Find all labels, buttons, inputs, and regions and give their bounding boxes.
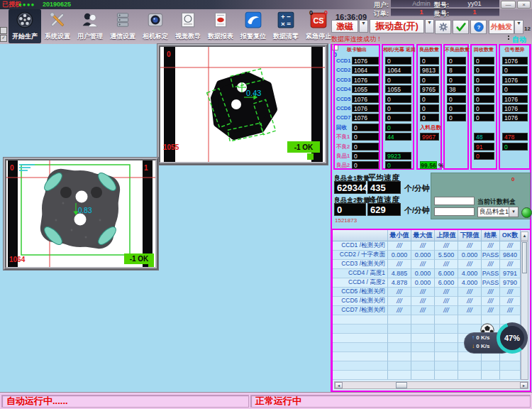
usage-gauge[interactable]: 47% xyxy=(497,322,528,354)
scroll-left-icon[interactable]: ◄ xyxy=(335,382,343,388)
excite-dropdown-icon[interactable]: ▼ xyxy=(359,20,368,33)
table-row[interactable]: CCD4 / 高度14.8850.0006.0004.000PASS9791 xyxy=(333,269,521,278)
results-cell: 0.000 xyxy=(411,269,435,278)
resize-grip[interactable] xyxy=(148,261,154,267)
signal-column-header: 回收数量 xyxy=(472,46,496,53)
minimize-button[interactable]: — xyxy=(501,1,516,9)
toolbar-button-6[interactable]: 视觉教导 xyxy=(172,9,204,43)
report-icon xyxy=(211,11,230,29)
results-cell: /// xyxy=(388,260,411,269)
results-cell: CCD4 / 高度1 xyxy=(333,269,388,278)
signal-value-box: 8 xyxy=(447,66,466,74)
check-icon xyxy=(455,21,467,33)
results-cell xyxy=(500,371,521,380)
results-cell: /// xyxy=(458,260,482,269)
toolbar-button-3[interactable]: 用户管理 xyxy=(74,9,106,43)
signal-value-box: 0 xyxy=(420,114,439,121)
toolbar-button-8[interactable]: 报警复位 xyxy=(237,9,270,43)
toolbar-button-2[interactable]: 系统设置 xyxy=(41,9,74,43)
scroll-up-icon[interactable]: ▲ xyxy=(521,232,528,241)
auto-mode-label: 自动 xyxy=(512,35,526,45)
help-button[interactable]: ? xyxy=(470,20,487,34)
horizontal-scrollbar[interactable]: ◄ ► xyxy=(334,381,528,389)
table-row[interactable]: CCD3 /检测关闭////////////////// xyxy=(333,260,521,269)
signal-row-label: 不良1 xyxy=(336,133,350,141)
results-cell: 6.000 xyxy=(435,278,458,288)
results-cell: 0.000 xyxy=(411,251,435,260)
excite-combo[interactable]: 激磁 xyxy=(331,20,358,33)
table-row[interactable] xyxy=(333,371,521,380)
system-monitor-widget[interactable]: ↑ 0 K/s ↓ 0 K/s 47% xyxy=(460,321,531,358)
table-row[interactable]: CCD7 /检测关闭////////////////// xyxy=(333,306,521,315)
toolbar-button-label: 视觉教导 xyxy=(172,32,204,41)
close-button[interactable]: × xyxy=(517,1,531,9)
signal-value-box: 0 xyxy=(474,152,494,160)
toolbar-button-label: 相机标定 xyxy=(139,32,172,41)
table-row[interactable] xyxy=(333,361,521,371)
speed-unit: 个/分钟 xyxy=(404,183,430,194)
side-panel-toggle[interactable]: ✓ xyxy=(0,27,6,41)
results-cell: /// xyxy=(482,241,500,251)
panel-check-icon: ✓ xyxy=(0,35,7,42)
upload-arrow-icon: ↑ xyxy=(472,334,475,341)
table-row[interactable]: CCD5 /检测关闭////////////////// xyxy=(333,288,521,297)
results-cell: /// xyxy=(411,306,435,315)
table-row[interactable]: CCD4 / 高度24.8780.0006.0004.000PASS9790 xyxy=(333,278,521,288)
results-cell: /// xyxy=(388,241,411,251)
hopper-select[interactable]: 良品料盒1 ▼ xyxy=(477,207,519,217)
toolbar-button-10[interactable]: CS紧急停止 xyxy=(302,9,335,43)
vibrator-combo[interactable]: 振动盘(开) xyxy=(370,19,424,33)
tools-icon xyxy=(48,11,67,29)
peak-speed-value: 629 xyxy=(367,203,401,216)
trigger-mode-combo[interactable]: 外触发 xyxy=(489,20,514,34)
table-row[interactable]: CCD1 /检测关闭////////////////// xyxy=(333,241,521,251)
results-cell xyxy=(435,325,458,334)
results-cell: /// xyxy=(482,297,500,306)
camera-index: 0 xyxy=(10,164,14,172)
signal-value-box: 0 xyxy=(474,104,494,112)
results-cell: /// xyxy=(435,297,458,306)
signal-count: 1055 xyxy=(163,143,179,151)
toolbar-button-4[interactable]: 通信设置 xyxy=(106,9,139,43)
hopper-input-1[interactable] xyxy=(434,197,475,205)
results-cell xyxy=(411,361,435,371)
results-cell xyxy=(388,334,411,343)
signal-value-box: 0 xyxy=(474,66,494,74)
toolbar-button-7[interactable]: 数据报表 xyxy=(204,9,237,43)
signal-value-box: 1076 xyxy=(502,76,528,84)
table-row[interactable]: CCD6 /检测关闭////////////////// xyxy=(333,297,521,306)
results-header-cell: 最大值 xyxy=(411,230,435,241)
signal-value-box: 0 xyxy=(474,85,494,93)
trigger-dropdown-icon[interactable]: ▼ xyxy=(514,20,523,34)
chevron-down-icon[interactable]: ▼ xyxy=(509,207,518,217)
confirm-check-button[interactable] xyxy=(453,20,469,34)
hopper-input-2[interactable] xyxy=(434,207,475,216)
server-icon xyxy=(113,11,132,29)
horizontal-scroll-thumb[interactable] xyxy=(396,382,407,388)
results-cell: 0.000 xyxy=(388,251,411,260)
toolbar-button-5[interactable]: 相机标定 xyxy=(139,9,172,43)
signal-value-box: 0 xyxy=(474,76,494,84)
box1-count-value: 629344 xyxy=(334,181,366,194)
results-cell xyxy=(458,371,482,380)
results-cell: /// xyxy=(500,306,521,315)
scroll-right-icon[interactable]: ► xyxy=(520,382,528,388)
vertical-scroll-thumb[interactable] xyxy=(522,242,527,273)
signal-value-box: 0 xyxy=(385,161,411,169)
usage-percent: 47% xyxy=(504,334,520,342)
resize-grip[interactable] xyxy=(307,153,314,160)
signal-row-label: CCD4 xyxy=(336,86,350,92)
toolbar-button-1[interactable]: 开始生产 xyxy=(9,9,41,43)
signal-row-label: CCD1 xyxy=(336,58,350,64)
camera-index: 0 xyxy=(167,50,171,58)
results-cell xyxy=(333,315,388,325)
results-cell: /// xyxy=(500,260,521,269)
signal-value-box: 1064 xyxy=(385,66,411,74)
toolbar-button-9[interactable]: + −× =数据清零 xyxy=(270,9,302,43)
signal-column-header: 板卡输出 xyxy=(335,46,379,53)
settings-gear-button[interactable] xyxy=(435,20,451,34)
table-row[interactable]: CCD2 / 十字表面0.0000.0005.5000.000PASS9840 xyxy=(333,251,521,260)
vibrator-dropdown-icon[interactable]: ▼ xyxy=(425,19,434,33)
results-cell xyxy=(388,361,411,371)
results-cell: 5.500 xyxy=(435,251,458,260)
